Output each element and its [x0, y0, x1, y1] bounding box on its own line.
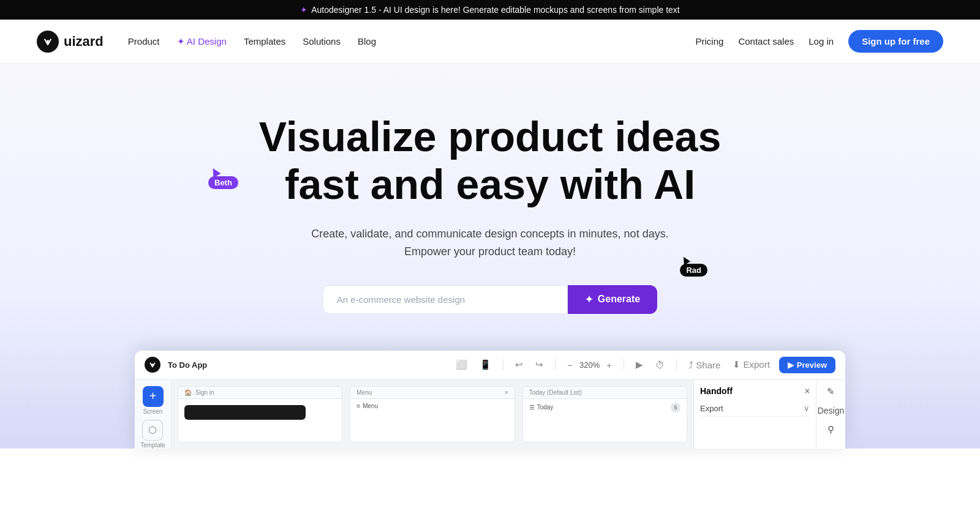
share-icon: ⤴: [688, 360, 693, 370]
link-icon[interactable]: ⚲: [827, 424, 834, 435]
nav-link-templates[interactable]: Templates: [244, 36, 285, 47]
screen-body-signin: [178, 399, 342, 423]
canvas-screen-menu: Menu × ≡ Menu: [350, 386, 514, 442]
toolbar-separator-3: [624, 359, 624, 371]
zoom-out-button[interactable]: −: [564, 359, 576, 371]
preview-logo-icon: [145, 357, 160, 373]
play-icon[interactable]: ▶: [633, 358, 646, 371]
preview-button[interactable]: ▶ Preview: [779, 357, 835, 373]
cursor-beth: Beth: [208, 168, 238, 189]
cursor-rad-label: Rad: [680, 264, 707, 277]
preview-body: + Screen ⬡ Template 🏠 Sign in: [135, 380, 845, 449]
hero-section: Beth Visualize product ideas fast and ea…: [0, 64, 980, 449]
template-item[interactable]: ⬡ Template: [140, 420, 165, 449]
handoff-export-row[interactable]: Export ∨: [700, 401, 810, 417]
export-icon: ⬇: [733, 359, 741, 370]
zoom-level: 320%: [579, 360, 600, 370]
redo-icon[interactable]: ↪: [532, 358, 546, 371]
canvas-screen-signin: 🏠 Sign in: [178, 386, 342, 442]
generate-button[interactable]: ✦ Generate: [568, 285, 657, 314]
zoom-in-button[interactable]: +: [603, 359, 615, 371]
sparkle-icon: ✦: [300, 5, 307, 15]
nav-link-product[interactable]: Product: [128, 36, 160, 47]
screen-header-signin: 🏠 Sign in: [178, 387, 342, 399]
mobile-icon[interactable]: 📱: [477, 358, 494, 371]
screen-body-today: ☰ Today 5: [523, 399, 687, 416]
today-label: Today (Default List): [529, 389, 582, 396]
preview-toolbar: To Do App ⬜ 📱 ↩ ↪ − 320% + ▶ ⏱ ⤴: [135, 351, 845, 380]
signup-button[interactable]: Sign up for free: [848, 30, 943, 53]
template-label: Template: [140, 442, 165, 449]
menu-label: Menu: [363, 403, 378, 409]
signin-dark-rect: [184, 405, 306, 420]
cursor-beth-label: Beth: [208, 176, 238, 189]
logo-icon: [37, 31, 59, 53]
hero-subtitle: Create, validate, and communicate design…: [37, 225, 943, 261]
handoff-close-button[interactable]: ×: [805, 386, 810, 396]
zoom-control[interactable]: − 320% +: [564, 359, 615, 371]
nav-links: Product ✦ AI Design Templates Solutions …: [128, 36, 376, 47]
preview-title: To Do App: [168, 360, 207, 370]
nav-right: Pricing Contact sales Log in Sign up for…: [696, 30, 943, 53]
cursor-rad: Rad: [680, 256, 707, 277]
generate-input-placeholder[interactable]: An e-commerce website design: [323, 285, 568, 314]
generate-button-label: Generate: [598, 294, 640, 305]
chevron-down-icon: ∨: [804, 404, 810, 413]
nav-link-contact-sales[interactable]: Contact sales: [738, 36, 794, 47]
export-button[interactable]: ⬇ Export: [729, 358, 773, 371]
preview-sidebar: + Screen ⬡ Template: [135, 380, 172, 449]
menu-screen-label: Menu: [356, 389, 372, 396]
toolbar-separator-4: [676, 359, 677, 371]
design-label-icon[interactable]: Design: [818, 406, 845, 415]
nav-link-pricing[interactable]: Pricing: [696, 36, 724, 47]
toolbar-separator-2: [555, 359, 556, 371]
preview-play-icon: ▶: [788, 360, 794, 370]
nav-link-ai-design[interactable]: ✦ AI Design: [177, 36, 227, 47]
share-label: Share: [696, 360, 720, 370]
nav-link-blog[interactable]: Blog: [358, 36, 376, 47]
generate-sparkle-icon: ✦: [585, 294, 593, 305]
generate-row: An e-commerce website design ✦ Generate: [37, 285, 943, 314]
share-button[interactable]: ⤴ Share: [685, 359, 723, 371]
canvas-area: 🏠 Sign in Menu ×: [172, 380, 693, 449]
timer-icon[interactable]: ⏱: [652, 359, 668, 371]
canvas-screen-today: Today (Default List) ☰ Today 5: [522, 386, 687, 442]
app-preview: To Do App ⬜ 📱 ↩ ↪ − 320% + ▶ ⏱ ⤴: [135, 351, 845, 449]
main-nav: uizard Product ✦ AI Design Templates Sol…: [0, 20, 980, 64]
toolbar-separator: [503, 359, 503, 371]
screen-label: Screen: [143, 408, 163, 415]
nav-link-solutions[interactable]: Solutions: [303, 36, 341, 47]
add-screen-item[interactable]: + Screen: [143, 386, 164, 415]
handoff-panel: Handoff × Export ∨: [693, 380, 816, 449]
screen-header-today: Today (Default List): [523, 387, 687, 399]
nav-link-login[interactable]: Log in: [809, 36, 834, 47]
announcement-bar: ✦ Autodesigner 1.5 - AI UI design is her…: [0, 0, 980, 20]
menu-close-icon[interactable]: ×: [505, 389, 508, 396]
screen-label-signin: Sign in: [195, 389, 214, 396]
export-row-label: Export: [700, 404, 723, 413]
hero-title: Visualize product ideas fast and easy wi…: [239, 113, 741, 208]
handoff-title: Handoff: [700, 386, 733, 396]
export-label: Export: [743, 359, 769, 370]
right-panel: ✎ Design ⚲: [816, 380, 845, 449]
screen-body-menu: ≡ Menu: [350, 399, 514, 413]
add-screen-button[interactable]: +: [143, 386, 164, 407]
edit-icon[interactable]: ✎: [827, 386, 835, 397]
logo-text: uizard: [64, 34, 104, 50]
handoff-header: Handoff ×: [700, 386, 810, 396]
home-icon: 🏠: [184, 389, 192, 396]
screen-header-menu: Menu ×: [350, 387, 514, 399]
plus-icon: +: [149, 389, 157, 403]
toolbar-icons: ⬜ 📱 ↩ ↪ − 320% + ▶ ⏱ ⤴ Share: [453, 357, 835, 373]
svg-point-1: [47, 40, 50, 43]
preview-canvas: 🏠 Sign in Menu ×: [172, 380, 693, 449]
logo[interactable]: uizard: [37, 31, 104, 53]
template-icon: ⬡: [142, 420, 163, 441]
preview-button-label: Preview: [797, 360, 827, 370]
today-count: 5: [671, 403, 680, 412]
today-text: Today: [537, 404, 554, 411]
nav-left: uizard Product ✦ AI Design Templates Sol…: [37, 31, 376, 53]
desktop-icon[interactable]: ⬜: [453, 358, 470, 371]
undo-icon[interactable]: ↩: [512, 358, 526, 371]
svg-point-3: [151, 364, 154, 367]
